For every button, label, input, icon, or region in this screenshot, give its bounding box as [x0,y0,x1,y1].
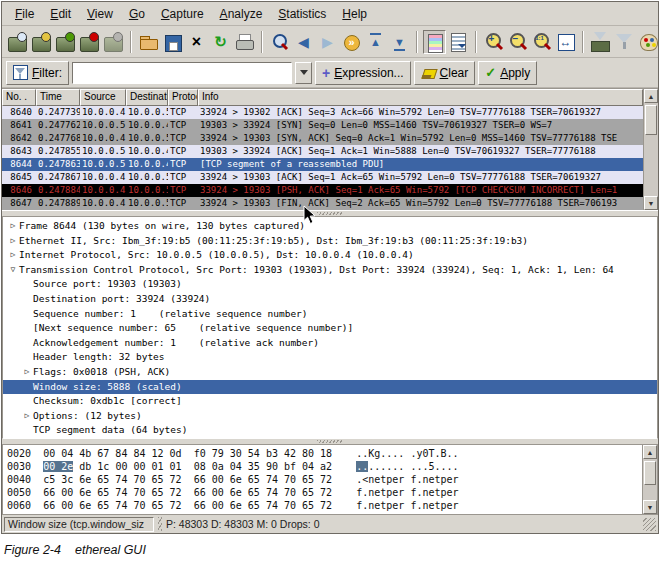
tree-row[interactable]: Acknowledgement number: 1 (relative ack … [3,336,657,351]
packet-row[interactable]: 86440.24786310.0.0.510.0.0.4TCP[TCP segm… [2,158,643,171]
filter-input[interactable] [72,62,292,84]
packet-row[interactable]: 86460.24788410.0.0.410.0.0.5TCP33924 > 1… [2,184,643,197]
hex-row[interactable]: 0030 00 2e db 1c 00 00 01 01 08 0a 04 35… [7,460,642,473]
hex-row[interactable]: 0040 c5 3c 6e 65 74 70 65 72 66 00 6e 65… [7,473,642,486]
zoom-out-button[interactable]: − [506,30,529,54]
expression-button[interactable]: + Expression... [315,61,411,85]
column-header-source[interactable]: Source [80,89,126,106]
column-header-time[interactable]: Time [36,89,80,106]
packet-row[interactable]: 86400.24773910.0.0.410.0.0.5TCP33924 > 1… [2,106,643,119]
packet-row[interactable]: 86410.24776210.0.0.510.0.0.4TCP19303 > 3… [2,119,643,132]
scroll-up-icon[interactable]: ▲ [643,445,657,459]
menu-file[interactable]: File [8,4,41,24]
go-to-packet-button[interactable]: » [340,30,363,54]
open-button[interactable] [137,30,160,54]
hex-row[interactable]: 0060 66 00 6e 65 74 70 65 72 66 00 6e 65… [7,499,642,512]
interfaces-button[interactable] [6,30,29,54]
tree-row[interactable]: [Next sequence number: 65 (relative sequ… [3,321,657,336]
column-header-info[interactable]: Info [198,89,643,106]
hex-scrollbar[interactable]: ▲ ▼ [642,445,657,514]
scrollbar-thumb[interactable] [644,461,656,485]
expander-icon[interactable]: ▷ [7,219,19,234]
capture-stop-button[interactable] [78,30,101,54]
hex-row[interactable]: 0050 66 00 6e 65 74 70 65 72 66 00 6e 65… [7,486,642,499]
status-divider-grip[interactable] [158,517,162,531]
coloring-rules-button[interactable] [637,30,660,54]
column-header-destination[interactable]: Destination [126,89,168,106]
tree-row[interactable]: Destination port: 33924 (33924) [3,292,657,307]
tree-row[interactable]: ▷Ethernet II, Src: Ibm_3f:19:b5 (00:11:2… [3,234,657,249]
capture-restart-button[interactable] [102,30,125,54]
packet-row[interactable]: 86430.24785510.0.0.510.0.0.4TCP19303 > 3… [2,145,643,158]
tree-row[interactable]: ▷Frame 8644 (130 bytes on wire, 130 byte… [3,219,657,234]
menu-analyze[interactable]: Analyze [213,4,270,24]
expander-icon[interactable]: ▷ [7,248,19,263]
capture-filters-button[interactable] [589,30,612,54]
packet-list-header: No. .TimeSourceDestinationProtocolInfo [2,89,643,106]
filter-dropdown-button[interactable] [295,62,312,84]
packet-row[interactable]: 86420.24776810.0.0.410.0.0.5TCP33924 > 1… [2,132,643,145]
capture-options-button[interactable] [30,30,53,54]
menu-view[interactable]: View [80,4,120,24]
tree-row[interactable]: TCP segment data (64 bytes) [3,423,657,438]
menu-statistics[interactable]: Statistics [271,4,333,24]
go-back-button[interactable]: ◀ [292,30,315,54]
expander-icon[interactable]: ▷ [21,365,33,380]
tree-row[interactable]: ▷Flags: 0x0018 (PSH, ACK) [3,365,657,380]
hex-row[interactable]: 0020 00 04 4b 67 84 84 12 0d f0 79 30 54… [7,447,642,460]
apply-button[interactable]: ✓ Apply [478,61,537,85]
menu-edit[interactable]: Edit [43,4,78,24]
tree-row[interactable]: Header length: 32 bytes [3,350,657,365]
find-button[interactable] [268,30,291,54]
go-forward-button[interactable]: ▶ [316,30,339,54]
resize-columns-icon: ↔ [554,30,577,54]
scroll-down-icon[interactable]: ▼ [643,500,657,514]
colorize-button[interactable] [423,30,446,54]
tree-row[interactable]: Window size: 5888 (scaled) [3,380,657,395]
tree-row[interactable]: Source port: 19303 (19303) [3,277,657,292]
eraser-icon [421,67,436,79]
go-last-button[interactable]: ▼ [388,30,411,54]
scroll-up-icon[interactable]: ▲ [644,89,658,103]
figure-title: ethereal GUI [75,543,146,557]
expander-icon[interactable]: ▷ [21,409,33,424]
go-first-button[interactable]: ▲ [364,30,387,54]
resize-columns-button[interactable]: ↔ [554,30,577,54]
packet-row[interactable]: 86450.24786710.0.0.410.0.0.5TCP33924 > 1… [2,171,643,184]
ethereal-window: FileEditViewGoCaptureAnalyzeStatisticsHe… [1,1,659,534]
filter-bar: Filter: + Expression... Clear ✓ Apply [2,58,658,88]
expander-icon[interactable]: ▽ [7,263,19,278]
clear-button[interactable]: Clear [414,61,476,85]
tree-row[interactable]: ▷Options: (12 bytes) [3,409,657,424]
menu-help[interactable]: Help [335,4,374,24]
pane-divider[interactable] [2,439,658,444]
display-filters-button[interactable] [613,30,636,54]
tree-row[interactable]: Checksum: 0xdb1c [correct] [3,394,657,409]
column-header-no[interactable]: No. . [2,89,36,106]
filter-button[interactable]: Filter: [6,61,69,85]
scroll-down-icon[interactable]: ▼ [644,196,658,210]
filter-button-label: Filter: [32,66,62,80]
packet-row[interactable]: 86470.24788910.0.0.410.0.0.5TCP33924 > 1… [2,197,643,210]
tree-row[interactable]: ▷Internet Protocol, Src: 10.0.0.5 (10.0.… [3,248,657,263]
menu-go[interactable]: Go [122,4,152,24]
pane-divider[interactable] [2,211,658,216]
capture-start-button[interactable] [54,30,77,54]
print-button[interactable] [233,30,256,54]
close-button[interactable]: × [185,30,208,54]
menu-capture[interactable]: Capture [154,4,211,24]
tree-row[interactable]: ▽Transmission Control Protocol, Src Port… [3,263,657,278]
column-header-protocol[interactable]: Protocol [168,89,198,106]
tree-row[interactable]: Sequence number: 1 (relative sequence nu… [3,307,657,322]
save-button[interactable] [161,30,184,54]
packet-list-scrollbar[interactable]: ▲ ▼ [643,89,658,210]
zoom-100-button[interactable]: 1:1 [530,30,553,54]
zoom-in-button[interactable]: + [482,30,505,54]
auto-scroll-button[interactable] [447,30,470,54]
reload-button[interactable]: ↻ [209,30,232,54]
scrollbar-thumb[interactable] [645,105,657,135]
check-icon: ✓ [485,66,496,79]
status-field-label[interactable]: Window size (tcp.window_siz [4,517,154,532]
expander-icon[interactable]: ▷ [7,234,19,249]
window-resize-grip[interactable] [643,518,656,531]
